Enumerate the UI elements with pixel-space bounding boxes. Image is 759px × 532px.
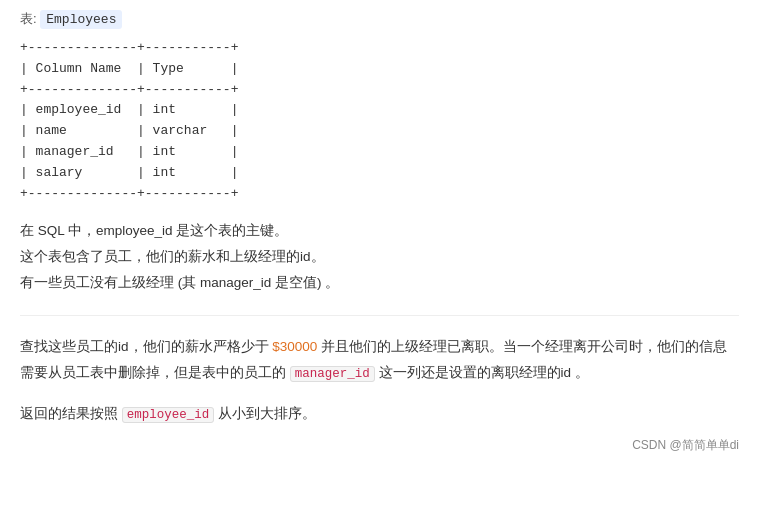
- money-highlight: $30000: [272, 339, 317, 354]
- question-text-1: 查找这些员工的id，他们的薪水严格少于: [20, 339, 272, 354]
- sort-text-2: 从小到大排序。: [214, 406, 316, 421]
- manager-id-code: manager_id: [290, 366, 375, 382]
- schema-row-3: | manager_id | int |: [20, 144, 238, 159]
- question: 查找这些员工的id，他们的薪水严格少于 $30000 并且他们的上级经理已离职。…: [20, 334, 739, 386]
- watermark: CSDN @简简单单di: [632, 437, 739, 454]
- table-name: Employees: [40, 10, 122, 29]
- schema-row-2: | name | varchar |: [20, 123, 238, 138]
- question-text-3: 这一列还是设置的离职经理的id 。: [375, 365, 589, 380]
- sort-line: 返回的结果按照 employee_id 从小到大排序。: [20, 401, 739, 428]
- employee-id-code: employee_id: [122, 407, 215, 423]
- schema-row-1: | employee_id | int |: [20, 102, 238, 117]
- desc-line-1: 在 SQL 中，employee_id 是这个表的主键。: [20, 218, 739, 244]
- sort-text-1: 返回的结果按照: [20, 406, 122, 421]
- desc-line-3: 有一些员工没有上级经理 (其 manager_id 是空值) 。: [20, 270, 739, 296]
- schema-row-4: | salary | int |: [20, 165, 238, 180]
- section-divider: [20, 315, 739, 316]
- table-label: 表: Employees: [20, 10, 739, 28]
- schema-table: +--------------+-----------+ | Column Na…: [20, 38, 739, 204]
- desc-line-2: 这个表包含了员工，他们的薪水和上级经理的id。: [20, 244, 739, 270]
- description: 在 SQL 中，employee_id 是这个表的主键。 这个表包含了员工，他们…: [20, 218, 739, 295]
